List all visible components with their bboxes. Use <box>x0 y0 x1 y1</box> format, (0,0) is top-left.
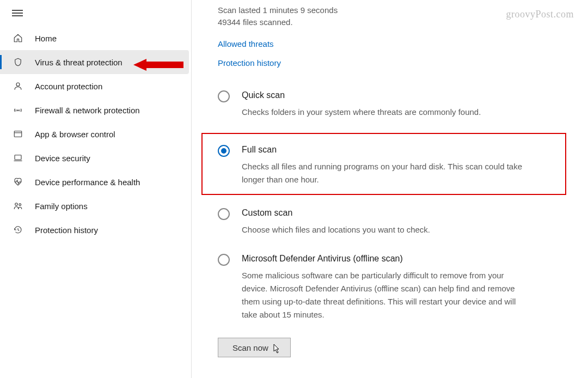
sidebar-item-label: Device security <box>35 154 90 163</box>
family-icon <box>13 201 23 211</box>
option-desc: Checks all files and running programs on… <box>242 160 525 186</box>
app-icon <box>13 129 23 139</box>
option-title: Full scan <box>242 144 559 156</box>
option-desc: Some malicious software can be particula… <box>242 269 525 321</box>
mouse-cursor-icon <box>273 344 281 353</box>
svg-rect-4 <box>15 155 21 160</box>
option-title: Microsoft Defender Antivirus (offline sc… <box>242 253 566 265</box>
sidebar-item-performance[interactable]: Device performance & health <box>0 170 189 194</box>
svg-point-0 <box>16 83 20 86</box>
sidebar: Home Virus & threat protection Account p… <box>0 0 192 378</box>
sidebar-item-protection-history[interactable]: Protection history <box>0 218 189 242</box>
sidebar-item-account[interactable]: Account protection <box>0 74 189 98</box>
sidebar-item-family[interactable]: Family options <box>0 194 189 218</box>
radio-full-scan[interactable] <box>218 145 230 157</box>
option-desc: Checks folders in your system where thre… <box>242 106 525 119</box>
sidebar-item-label: Protection history <box>35 225 98 235</box>
history-icon <box>13 225 23 235</box>
sidebar-item-firewall[interactable]: Firewall & network protection <box>0 98 189 122</box>
laptop-icon <box>13 153 23 163</box>
svg-point-1 <box>17 110 19 111</box>
svg-point-6 <box>15 203 18 206</box>
sidebar-item-label: Home <box>35 34 57 43</box>
sidebar-item-label: Virus & threat protection <box>35 58 122 67</box>
sidebar-item-app-browser[interactable]: App & browser control <box>0 122 189 146</box>
option-title: Quick scan <box>242 89 566 101</box>
allowed-threats-link[interactable]: Allowed threats <box>218 39 566 48</box>
shield-icon <box>13 57 23 67</box>
person-icon <box>13 81 23 91</box>
sidebar-item-home[interactable]: Home <box>0 26 189 50</box>
sidebar-item-label: Device performance & health <box>35 178 140 187</box>
radio-custom-scan[interactable] <box>218 208 230 220</box>
option-custom-scan[interactable]: Custom scan Choose which files and locat… <box>218 207 566 253</box>
svg-point-7 <box>19 204 21 206</box>
watermark-text: groovyPost.com <box>506 9 574 20</box>
heart-icon <box>13 177 23 187</box>
option-title: Custom scan <box>242 207 566 219</box>
option-offline-scan[interactable]: Microsoft Defender Antivirus (offline sc… <box>218 253 566 338</box>
menu-icon[interactable] <box>0 2 24 26</box>
antenna-icon <box>13 105 23 115</box>
sidebar-item-device-security[interactable]: Device security <box>0 146 189 170</box>
main-content: groovyPost.com Scan lasted 1 minutes 9 s… <box>192 0 588 378</box>
svg-rect-2 <box>14 131 22 137</box>
protection-history-link[interactable]: Protection history <box>218 58 566 68</box>
radio-quick-scan[interactable] <box>218 90 230 102</box>
sidebar-item-label: App & browser control <box>35 130 115 139</box>
scan-now-label: Scan now <box>232 343 268 352</box>
scan-now-button[interactable]: Scan now <box>218 338 291 357</box>
highlight-arrow <box>133 59 183 71</box>
sidebar-item-label: Family options <box>35 202 88 211</box>
sidebar-item-label: Account protection <box>35 82 102 91</box>
option-quick-scan[interactable]: Quick scan Checks folders in your system… <box>218 89 566 135</box>
option-desc: Choose which files and locations you wan… <box>242 223 525 236</box>
radio-offline-scan[interactable] <box>218 254 230 266</box>
home-icon <box>13 33 23 43</box>
option-full-scan[interactable]: Full scan Checks all files and running p… <box>201 133 566 195</box>
sidebar-item-label: Firewall & network protection <box>35 106 140 115</box>
